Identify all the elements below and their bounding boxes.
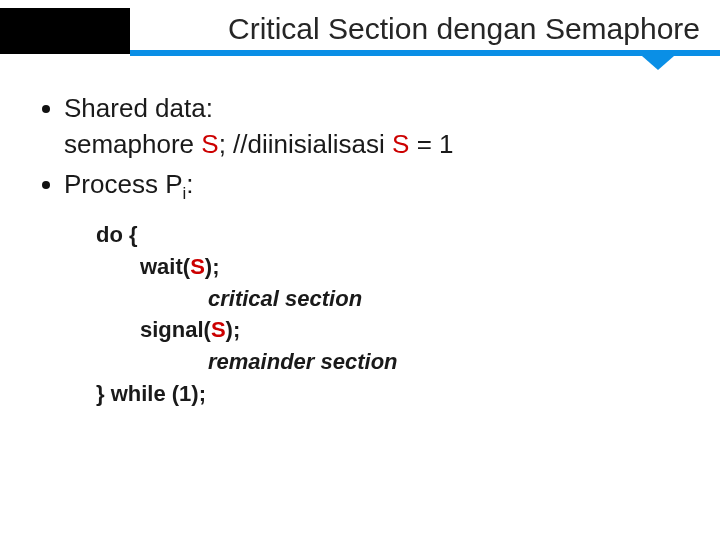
title-underline [130, 50, 720, 56]
title-bar: Critical Section dengan Semaphore [0, 0, 720, 64]
title-accent-box [0, 8, 130, 54]
bullet-content: Shared data: semaphore S; //diinisialisa… [64, 92, 684, 162]
title-tab-icon [642, 56, 674, 70]
slide-body: Shared data: semaphore S; //diinisialisa… [0, 64, 720, 410]
code-variable: S [392, 129, 409, 159]
code-variable: S [190, 254, 205, 279]
code-variable: S [211, 317, 226, 342]
bullet-content: Process Pi: [64, 168, 684, 205]
text-fragment: Process P [64, 169, 183, 199]
bullet-text-line1: Shared data: [64, 92, 684, 126]
slide: { "title": "Critical Section dengan Sema… [0, 0, 720, 540]
text-fragment: semaphore [64, 129, 201, 159]
bullet-shared-data: Shared data: semaphore S; //diinisialisa… [36, 92, 684, 162]
code-line-remainder: remainder section [96, 346, 684, 378]
text-fragment: ; //diinisialisasi [219, 129, 392, 159]
bullet-dot-icon [42, 105, 50, 113]
code-variable: S [201, 129, 218, 159]
code-line: signal(S); [96, 314, 684, 346]
text-fragment: signal( [140, 317, 211, 342]
text-fragment: = 1 [409, 129, 453, 159]
code-line: do { [96, 219, 684, 251]
code-line-critical: critical section [96, 283, 684, 315]
text-fragment: wait( [140, 254, 190, 279]
code-line: wait(S); [96, 251, 684, 283]
bullet-text-line2: semaphore S; //diinisialisasi S = 1 [64, 128, 684, 162]
slide-title: Critical Section dengan Semaphore [160, 8, 700, 50]
text-fragment: ); [205, 254, 220, 279]
bullet-process: Process Pi: [36, 168, 684, 205]
code-line: } while (1); [96, 378, 684, 410]
text-fragment: : [186, 169, 193, 199]
text-fragment: ); [226, 317, 241, 342]
bullet-dot-icon [42, 181, 50, 189]
code-block: do { wait(S); critical section signal(S)… [96, 219, 684, 410]
